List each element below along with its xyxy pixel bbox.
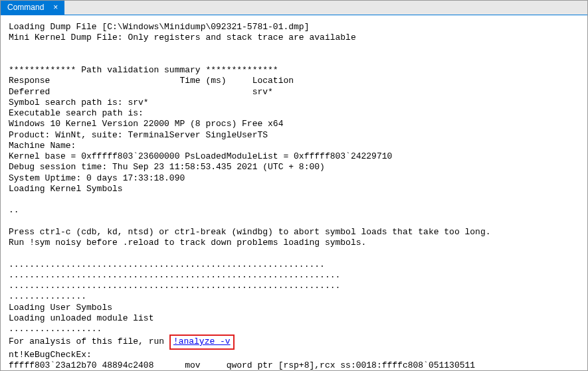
- output-line: Loading Dump File [C:\Windows\Minidump\0…: [9, 22, 309, 32]
- output-line: Debug session time: Thu Sep 23 11:58:53.…: [9, 162, 325, 172]
- output-line: Loading Kernel Symbols: [9, 184, 123, 194]
- output-line: ...............: [9, 291, 86, 301]
- output-line: ..................: [9, 324, 102, 334]
- output-line: ************* Path validation summary **…: [9, 65, 278, 75]
- output-line: Product: WinNt, suite: TerminalServer Si…: [9, 130, 268, 140]
- analyze-command-link[interactable]: !analyze -v: [173, 336, 231, 346]
- output-line: ..: [9, 205, 19, 215]
- close-icon[interactable]: ×: [53, 3, 58, 12]
- output-line: Machine Name:: [9, 141, 76, 151]
- output-line: Windows 10 Kernel Version 22000 MP (8 pr…: [9, 119, 283, 129]
- output-line: System Uptime: 0 days 17:33:18.090: [9, 173, 185, 183]
- tab-bar: Command ×: [1, 1, 587, 15]
- output-line: Loading User Symbols: [9, 303, 112, 313]
- output-line: Deferred srv*: [9, 87, 273, 97]
- output-line: Press ctrl-c (cdb, kd, ntsd) or ctrl-bre…: [9, 227, 491, 237]
- output-line: Kernel base = 0xfffff803`23600000 PsLoad…: [9, 151, 392, 161]
- output-line: Loading unloaded module list: [9, 313, 153, 323]
- output-line: nt!KeBugCheckEx:: [9, 350, 92, 360]
- tab-command[interactable]: Command ×: [1, 0, 64, 15]
- analyze-highlight: !analyze -v: [169, 334, 235, 349]
- output-line: ........................................…: [9, 270, 340, 280]
- console-output[interactable]: Loading Dump File [C:\Windows\Minidump\0…: [1, 15, 587, 371]
- output-line: Mini Kernel Dump File: Only registers an…: [9, 33, 356, 42]
- output-line: Run !sym noisy before .reload to track d…: [9, 238, 366, 248]
- output-line: Executable search path is:: [9, 108, 144, 118]
- tab-title: Command: [7, 3, 44, 12]
- output-line: ........................................…: [9, 260, 325, 269]
- output-line: For analysis of this file, run: [9, 336, 169, 346]
- output-line: Symbol search path is: srv*: [9, 98, 149, 108]
- output-line: fffff803`23a12b70 48894c2408 mov qword p…: [9, 360, 475, 370]
- output-line: Response Time (ms) Location: [9, 76, 294, 86]
- output-line: ........................................…: [9, 281, 340, 291]
